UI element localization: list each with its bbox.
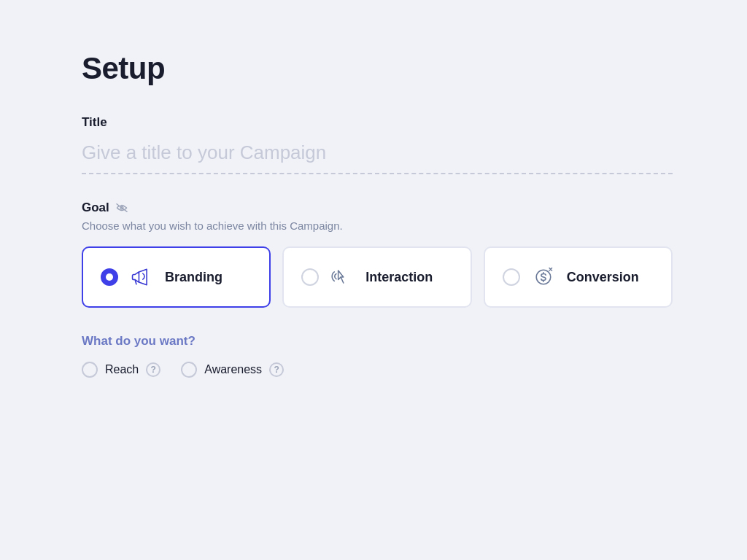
- eye-slash-icon: [115, 203, 128, 213]
- goal-label: Goal: [82, 201, 109, 215]
- reach-help-icon[interactable]: ?: [146, 362, 160, 377]
- title-section-label: Title: [82, 115, 673, 130]
- page-title: Setup: [82, 51, 673, 86]
- goal-card-interaction[interactable]: Interaction: [282, 246, 471, 308]
- goal-options: Branding Interaction: [82, 246, 673, 308]
- goal-section: Goal Choose what you wish to achieve wit…: [82, 201, 673, 308]
- megaphone-icon: [128, 264, 155, 290]
- reach-label: Reach: [105, 363, 139, 376]
- goal-card-conversion[interactable]: Conversion: [484, 246, 673, 308]
- dollar-cycle-icon: [530, 264, 557, 290]
- goal-card-branding[interactable]: Branding: [82, 246, 271, 308]
- cursor-icon: [329, 264, 355, 290]
- goal-header: Goal: [82, 201, 673, 215]
- want-section: What do you want? Reach ? Awareness ?: [82, 334, 673, 378]
- awareness-help-icon[interactable]: ?: [269, 362, 284, 377]
- want-option-awareness[interactable]: Awareness ?: [181, 362, 284, 378]
- interaction-label: Interaction: [365, 270, 433, 285]
- goal-description: Choose what you wish to achieve with thi…: [82, 219, 673, 232]
- reach-radio: [82, 362, 98, 378]
- conversion-radio: [503, 268, 520, 286]
- awareness-radio: [181, 362, 197, 378]
- want-options: Reach ? Awareness ?: [82, 362, 673, 378]
- interaction-radio: [301, 268, 319, 286]
- want-option-reach[interactable]: Reach ?: [82, 362, 160, 378]
- branding-label: Branding: [165, 270, 222, 285]
- conversion-label: Conversion: [567, 270, 639, 285]
- want-title: What do you want?: [82, 334, 673, 349]
- branding-radio: [101, 268, 118, 286]
- page-container: Setup Title Goal Choose what you wish to…: [31, 0, 716, 439]
- campaign-title-input[interactable]: [82, 137, 673, 174]
- awareness-label: Awareness: [204, 363, 262, 376]
